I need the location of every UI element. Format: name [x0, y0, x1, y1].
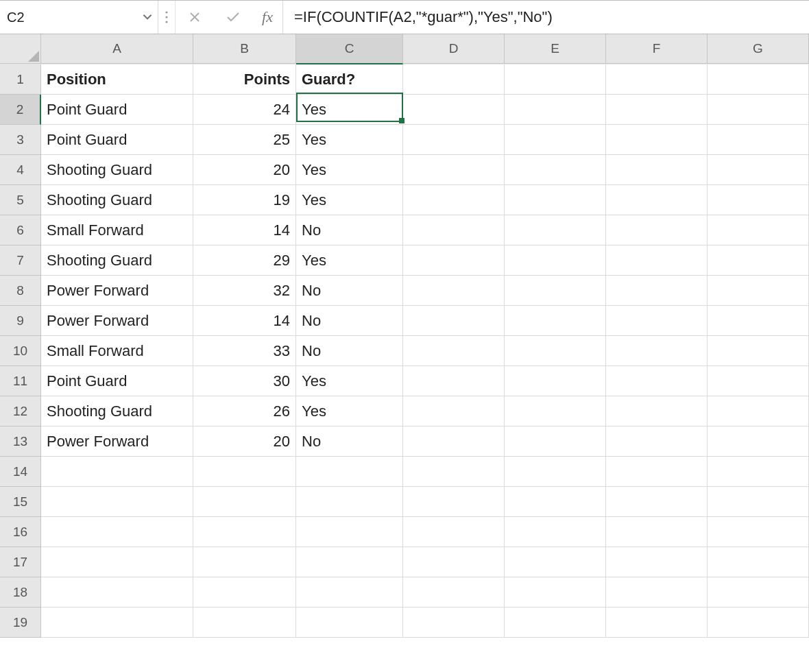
- column-header-B[interactable]: B: [193, 34, 296, 64]
- row-header-1[interactable]: 1: [0, 64, 41, 95]
- row-header-18[interactable]: 18: [0, 577, 41, 608]
- cell-F2[interactable]: [606, 95, 708, 125]
- cell-D11[interactable]: [403, 366, 505, 396]
- cell-C5[interactable]: Yes: [296, 185, 403, 215]
- cell-D12[interactable]: [403, 396, 505, 427]
- cell-G2[interactable]: [708, 95, 809, 125]
- row-header-2[interactable]: 2: [0, 95, 41, 125]
- row-header-14[interactable]: 14: [0, 457, 41, 487]
- cell-B17[interactable]: [193, 547, 296, 577]
- column-header-G[interactable]: G: [708, 34, 809, 64]
- cell-A17[interactable]: [41, 547, 193, 577]
- cell-A4[interactable]: Shooting Guard: [41, 155, 193, 185]
- cell-G17[interactable]: [708, 547, 809, 577]
- cell-F6[interactable]: [606, 215, 708, 245]
- cell-D14[interactable]: [403, 457, 505, 487]
- row-header-9[interactable]: 9: [0, 306, 41, 336]
- cell-C10[interactable]: No: [296, 336, 403, 366]
- cell-A15[interactable]: [41, 487, 193, 517]
- cell-B6[interactable]: 14: [193, 215, 296, 245]
- cell-E4[interactable]: [505, 155, 606, 185]
- cell-G4[interactable]: [708, 155, 809, 185]
- cell-G13[interactable]: [708, 427, 809, 457]
- cell-C1[interactable]: Guard?: [296, 64, 403, 95]
- cell-D16[interactable]: [403, 517, 505, 547]
- column-header-A[interactable]: A: [41, 34, 193, 64]
- cell-D6[interactable]: [403, 215, 505, 245]
- column-header-D[interactable]: D: [403, 34, 505, 64]
- cell-E3[interactable]: [505, 125, 606, 155]
- cell-F19[interactable]: [606, 608, 708, 638]
- cell-A5[interactable]: Shooting Guard: [41, 185, 193, 215]
- cell-B16[interactable]: [193, 517, 296, 547]
- cell-D1[interactable]: [403, 64, 505, 95]
- cell-G15[interactable]: [708, 487, 809, 517]
- cell-G10[interactable]: [708, 336, 809, 366]
- cell-B9[interactable]: 14: [193, 306, 296, 336]
- row-header-8[interactable]: 8: [0, 276, 41, 306]
- formula-input[interactable]: =IF(COUNTIF(A2,"*guar*"),"Yes","No"): [283, 1, 809, 34]
- cell-G11[interactable]: [708, 366, 809, 396]
- cell-B8[interactable]: 32: [193, 276, 296, 306]
- cell-C11[interactable]: Yes: [296, 366, 403, 396]
- fx-icon[interactable]: fx: [252, 1, 283, 34]
- cell-G8[interactable]: [708, 276, 809, 306]
- row-header-7[interactable]: 7: [0, 245, 41, 276]
- cell-F11[interactable]: [606, 366, 708, 396]
- cell-F14[interactable]: [606, 457, 708, 487]
- cell-G1[interactable]: [708, 64, 809, 95]
- cell-D15[interactable]: [403, 487, 505, 517]
- cell-F17[interactable]: [606, 547, 708, 577]
- cell-B3[interactable]: 25: [193, 125, 296, 155]
- cell-D18[interactable]: [403, 577, 505, 608]
- cell-E7[interactable]: [505, 245, 606, 276]
- cell-B15[interactable]: [193, 487, 296, 517]
- cell-B7[interactable]: 29: [193, 245, 296, 276]
- cell-D5[interactable]: [403, 185, 505, 215]
- cell-B4[interactable]: 20: [193, 155, 296, 185]
- cell-A8[interactable]: Power Forward: [41, 276, 193, 306]
- cell-G3[interactable]: [708, 125, 809, 155]
- row-header-11[interactable]: 11: [0, 366, 41, 396]
- row-header-15[interactable]: 15: [0, 487, 41, 517]
- cell-E12[interactable]: [505, 396, 606, 427]
- cell-E10[interactable]: [505, 336, 606, 366]
- cell-A14[interactable]: [41, 457, 193, 487]
- cell-E9[interactable]: [505, 306, 606, 336]
- cell-E11[interactable]: [505, 366, 606, 396]
- cell-D7[interactable]: [403, 245, 505, 276]
- cell-F15[interactable]: [606, 487, 708, 517]
- cell-C3[interactable]: Yes: [296, 125, 403, 155]
- cell-F18[interactable]: [606, 577, 708, 608]
- cell-G6[interactable]: [708, 215, 809, 245]
- cell-F1[interactable]: [606, 64, 708, 95]
- accept-button[interactable]: [214, 1, 252, 34]
- cell-A16[interactable]: [41, 517, 193, 547]
- cell-F8[interactable]: [606, 276, 708, 306]
- column-header-E[interactable]: E: [505, 34, 606, 64]
- cell-A12[interactable]: Shooting Guard: [41, 396, 193, 427]
- column-header-F[interactable]: F: [606, 34, 708, 64]
- cell-G16[interactable]: [708, 517, 809, 547]
- chevron-down-icon[interactable]: [143, 10, 152, 25]
- cell-C19[interactable]: [296, 608, 403, 638]
- cell-C18[interactable]: [296, 577, 403, 608]
- cell-F7[interactable]: [606, 245, 708, 276]
- cell-A11[interactable]: Point Guard: [41, 366, 193, 396]
- cell-F10[interactable]: [606, 336, 708, 366]
- row-header-12[interactable]: 12: [0, 396, 41, 427]
- cell-C14[interactable]: [296, 457, 403, 487]
- cell-B19[interactable]: [193, 608, 296, 638]
- cell-D13[interactable]: [403, 427, 505, 457]
- cell-C17[interactable]: [296, 547, 403, 577]
- cell-D8[interactable]: [403, 276, 505, 306]
- row-header-13[interactable]: 13: [0, 427, 41, 457]
- cell-G19[interactable]: [708, 608, 809, 638]
- cell-F13[interactable]: [606, 427, 708, 457]
- cell-C8[interactable]: No: [296, 276, 403, 306]
- cell-G18[interactable]: [708, 577, 809, 608]
- cell-B11[interactable]: 30: [193, 366, 296, 396]
- cell-F16[interactable]: [606, 517, 708, 547]
- row-header-17[interactable]: 17: [0, 547, 41, 577]
- cell-G5[interactable]: [708, 185, 809, 215]
